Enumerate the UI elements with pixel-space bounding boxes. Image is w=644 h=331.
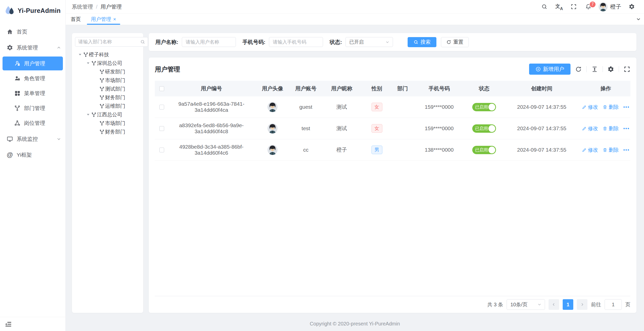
search-submit-button[interactable]: 搜索 bbox=[408, 37, 436, 47]
delete-button[interactable]: 删除 bbox=[603, 147, 619, 153]
collapse-sidebar-icon[interactable] bbox=[5, 320, 12, 328]
tree-node[interactable]: 市场部门 bbox=[75, 76, 141, 85]
status-toggle[interactable]: 已启用 bbox=[472, 124, 496, 133]
delete-button[interactable]: 删除 bbox=[603, 125, 619, 132]
tree-node[interactable]: 深圳总公司 bbox=[75, 59, 141, 67]
delete-label: 删除 bbox=[609, 147, 619, 153]
sidebar-item-monitor[interactable]: 系统监控 bbox=[0, 131, 65, 147]
chevron-down-icon bbox=[636, 16, 641, 22]
phone-input[interactable] bbox=[269, 37, 323, 47]
breadcrumb-current: 用户管理 bbox=[101, 3, 122, 10]
workspace: 橙子科技 深圳总公司 研发部门 市场部门 bbox=[66, 25, 644, 317]
notifications-button[interactable]: 7 bbox=[582, 0, 595, 14]
user-table-card: 用户管理 新增用户 bbox=[149, 58, 636, 313]
username: 橙子 bbox=[610, 3, 621, 11]
topbar: 系统管理 / 用户管理 文A 7 bbox=[66, 0, 644, 14]
edit-button[interactable]: 修改 bbox=[582, 147, 598, 153]
main-area: 系统管理 / 用户管理 文A 7 bbox=[66, 0, 644, 331]
select-all-checkbox[interactable] bbox=[159, 86, 164, 91]
status-select[interactable]: 已开启 bbox=[345, 37, 393, 47]
goto-page-input[interactable] bbox=[605, 299, 622, 310]
sidebar-item-home[interactable]: 首页 bbox=[0, 24, 65, 40]
tab-home[interactable]: 首页 bbox=[66, 14, 86, 25]
row-checkbox[interactable] bbox=[159, 105, 164, 109]
search-button-label: 搜索 bbox=[420, 39, 431, 45]
pagination: 共 3 条 10条/页 1 前 bbox=[155, 296, 630, 313]
caret-down-icon[interactable] bbox=[77, 51, 83, 58]
search-icon bbox=[541, 4, 548, 10]
department-icon bbox=[99, 95, 105, 100]
logo[interactable]: Yi-PureAdmin bbox=[0, 0, 65, 21]
reset-button[interactable]: 重置 bbox=[441, 37, 469, 47]
more-actions-button[interactable]: ••• bbox=[623, 147, 630, 153]
status-toggle[interactable]: 已启用 bbox=[472, 103, 496, 111]
department-search-input[interactable] bbox=[78, 39, 140, 45]
settings-button[interactable] bbox=[625, 0, 638, 14]
tree-node[interactable]: 橙子科技 bbox=[75, 50, 141, 59]
caret-down-icon[interactable] bbox=[85, 60, 91, 66]
app-title: Yi-PureAdmin bbox=[18, 7, 61, 14]
sidebar: Yi-PureAdmin 首页 系统管理 用户管理 角色管理 bbox=[0, 0, 66, 331]
breadcrumb-parent[interactable]: 系统管理 bbox=[72, 3, 93, 10]
department-icon bbox=[99, 86, 105, 92]
reset-button-label: 重置 bbox=[453, 39, 463, 45]
tree-node[interactable]: 研发部门 bbox=[75, 67, 141, 76]
edit-label: 修改 bbox=[588, 147, 598, 153]
status-toggle[interactable]: 已启用 bbox=[472, 146, 496, 154]
refresh-icon[interactable] bbox=[575, 66, 582, 73]
monitor-icon bbox=[7, 136, 13, 142]
search-icon bbox=[413, 40, 418, 45]
chevron-down-icon bbox=[537, 302, 542, 307]
table-row: a8392efa-5ed8-6b56-9a9e-3a14dd60f4c8 tes… bbox=[155, 118, 630, 139]
more-actions-button[interactable]: ••• bbox=[623, 104, 630, 110]
created-time: 2024-09-07 14:37:55 bbox=[504, 125, 580, 131]
edit-button[interactable]: 修改 bbox=[582, 125, 598, 132]
edit-button[interactable]: 修改 bbox=[582, 104, 598, 111]
prev-page-button[interactable] bbox=[549, 299, 559, 310]
fullscreen-button[interactable] bbox=[567, 0, 580, 14]
sidebar-item-system[interactable]: 系统管理 bbox=[0, 40, 65, 56]
search-button[interactable] bbox=[538, 0, 551, 14]
row-checkbox[interactable] bbox=[159, 126, 164, 131]
tree-node[interactable]: 运维部门 bbox=[75, 102, 141, 110]
tree-node[interactable]: 江西总公司 bbox=[75, 110, 141, 119]
fullscreen-icon[interactable] bbox=[624, 66, 630, 73]
status-toggle-label: 已启用 bbox=[475, 126, 488, 131]
close-icon[interactable]: × bbox=[113, 17, 116, 22]
sidebar-item-menus[interactable]: 菜单管理 bbox=[3, 86, 63, 100]
sidebar-item-framework[interactable]: @ Yi框架 bbox=[0, 147, 65, 163]
delete-button[interactable]: 删除 bbox=[603, 104, 619, 111]
page-number-button[interactable]: 1 bbox=[563, 299, 573, 310]
user-id: 4928be8d-3c34-a385-86bf-3a14dd60f4c6 bbox=[168, 144, 254, 156]
tree-node[interactable]: 财务部门 bbox=[75, 127, 141, 136]
avatar bbox=[267, 123, 278, 133]
language-button[interactable]: 文A bbox=[553, 0, 565, 14]
tree-node[interactable]: 测试部门 bbox=[75, 85, 141, 93]
tree-node[interactable]: 市场部门 bbox=[75, 119, 141, 127]
username-input[interactable] bbox=[182, 37, 236, 47]
tree-node[interactable]: 财务部门 bbox=[75, 93, 141, 102]
pencil-icon bbox=[582, 105, 587, 109]
sidebar-item-users[interactable]: 用户管理 bbox=[3, 57, 63, 70]
column-settings-icon[interactable] bbox=[607, 66, 614, 73]
sidebar-item-departments[interactable]: 部门管理 bbox=[3, 101, 63, 115]
sidebar-item-posts[interactable]: 岗位管理 bbox=[3, 116, 63, 130]
row-checkbox[interactable] bbox=[159, 148, 164, 152]
sidebar-item-roles[interactable]: 角色管理 bbox=[3, 71, 63, 85]
user-phone: 159****0000 bbox=[414, 104, 464, 110]
tree-node-label: 江西总公司 bbox=[97, 111, 122, 118]
sidebar-submenu-system: 用户管理 角色管理 菜单管理 部门管理 岗位管理 bbox=[0, 57, 65, 130]
next-page-button[interactable] bbox=[577, 299, 587, 310]
row-density-icon[interactable] bbox=[591, 66, 598, 73]
user-icon bbox=[14, 60, 20, 67]
tab-menu-button[interactable] bbox=[633, 14, 644, 25]
phone-label: 手机号码: bbox=[242, 39, 265, 46]
tree-node-label: 财务部门 bbox=[105, 94, 125, 101]
add-user-button[interactable]: 新增用户 bbox=[529, 64, 571, 75]
tab-users[interactable]: 用户管理 × bbox=[86, 14, 121, 25]
caret-down-icon[interactable] bbox=[85, 112, 91, 118]
page-size-select[interactable]: 10条/页 bbox=[507, 299, 545, 310]
user-menu[interactable]: 橙子 bbox=[597, 2, 623, 11]
more-actions-button[interactable]: ••• bbox=[623, 126, 630, 131]
notification-badge: 7 bbox=[589, 1, 596, 8]
